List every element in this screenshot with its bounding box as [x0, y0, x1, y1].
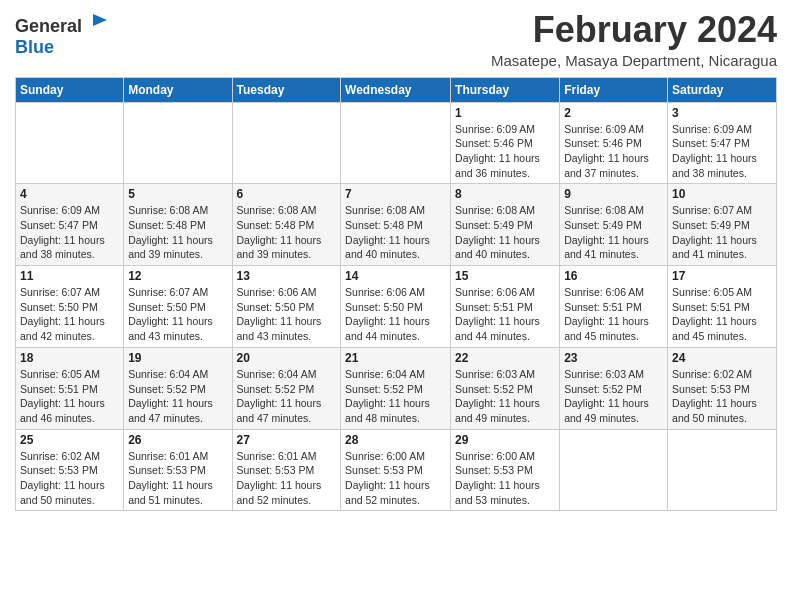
calendar-cell: 23Sunrise: 6:03 AMSunset: 5:52 PMDayligh… — [560, 347, 668, 429]
day-info: Sunrise: 6:05 AMSunset: 5:51 PMDaylight:… — [20, 367, 119, 426]
logo-general: General — [15, 16, 82, 36]
calendar-cell — [16, 102, 124, 184]
location-subtitle: Masatepe, Masaya Department, Nicaragua — [491, 52, 777, 69]
calendar-cell: 28Sunrise: 6:00 AMSunset: 5:53 PMDayligh… — [341, 429, 451, 511]
calendar-header-tuesday: Tuesday — [232, 77, 341, 102]
calendar-cell: 11Sunrise: 6:07 AMSunset: 5:50 PMDayligh… — [16, 266, 124, 348]
title-block: February 2024 Masatepe, Masaya Departmen… — [491, 10, 777, 69]
calendar-cell: 5Sunrise: 6:08 AMSunset: 5:48 PMDaylight… — [124, 184, 232, 266]
day-number: 3 — [672, 106, 772, 120]
calendar-cell — [341, 102, 451, 184]
page-header: General Blue February 2024 Masatepe, Mas… — [15, 10, 777, 69]
day-number: 14 — [345, 269, 446, 283]
calendar-cell: 26Sunrise: 6:01 AMSunset: 5:53 PMDayligh… — [124, 429, 232, 511]
calendar-week-row: 4Sunrise: 6:09 AMSunset: 5:47 PMDaylight… — [16, 184, 777, 266]
day-number: 16 — [564, 269, 663, 283]
calendar-cell: 18Sunrise: 6:05 AMSunset: 5:51 PMDayligh… — [16, 347, 124, 429]
day-number: 4 — [20, 187, 119, 201]
day-info: Sunrise: 6:06 AMSunset: 5:51 PMDaylight:… — [564, 285, 663, 344]
day-info: Sunrise: 6:06 AMSunset: 5:50 PMDaylight:… — [237, 285, 337, 344]
calendar-cell: 13Sunrise: 6:06 AMSunset: 5:50 PMDayligh… — [232, 266, 341, 348]
calendar-cell: 6Sunrise: 6:08 AMSunset: 5:48 PMDaylight… — [232, 184, 341, 266]
day-info: Sunrise: 6:02 AMSunset: 5:53 PMDaylight:… — [672, 367, 772, 426]
day-info: Sunrise: 6:07 AMSunset: 5:50 PMDaylight:… — [128, 285, 227, 344]
day-info: Sunrise: 6:01 AMSunset: 5:53 PMDaylight:… — [128, 449, 227, 508]
day-number: 1 — [455, 106, 555, 120]
day-number: 9 — [564, 187, 663, 201]
calendar-cell: 9Sunrise: 6:08 AMSunset: 5:49 PMDaylight… — [560, 184, 668, 266]
calendar-cell: 27Sunrise: 6:01 AMSunset: 5:53 PMDayligh… — [232, 429, 341, 511]
day-info: Sunrise: 6:00 AMSunset: 5:53 PMDaylight:… — [455, 449, 555, 508]
day-info: Sunrise: 6:02 AMSunset: 5:53 PMDaylight:… — [20, 449, 119, 508]
calendar-cell: 7Sunrise: 6:08 AMSunset: 5:48 PMDaylight… — [341, 184, 451, 266]
calendar-cell — [560, 429, 668, 511]
calendar-cell: 1Sunrise: 6:09 AMSunset: 5:46 PMDaylight… — [451, 102, 560, 184]
day-number: 5 — [128, 187, 227, 201]
calendar-cell: 21Sunrise: 6:04 AMSunset: 5:52 PMDayligh… — [341, 347, 451, 429]
day-info: Sunrise: 6:04 AMSunset: 5:52 PMDaylight:… — [128, 367, 227, 426]
day-number: 23 — [564, 351, 663, 365]
calendar-table: SundayMondayTuesdayWednesdayThursdayFrid… — [15, 77, 777, 512]
day-number: 17 — [672, 269, 772, 283]
calendar-cell: 22Sunrise: 6:03 AMSunset: 5:52 PMDayligh… — [451, 347, 560, 429]
day-info: Sunrise: 6:03 AMSunset: 5:52 PMDaylight:… — [564, 367, 663, 426]
day-number: 8 — [455, 187, 555, 201]
calendar-cell: 12Sunrise: 6:07 AMSunset: 5:50 PMDayligh… — [124, 266, 232, 348]
calendar-cell: 10Sunrise: 6:07 AMSunset: 5:49 PMDayligh… — [668, 184, 777, 266]
day-info: Sunrise: 6:08 AMSunset: 5:49 PMDaylight:… — [564, 203, 663, 262]
calendar-cell — [232, 102, 341, 184]
calendar-header-wednesday: Wednesday — [341, 77, 451, 102]
calendar-cell: 17Sunrise: 6:05 AMSunset: 5:51 PMDayligh… — [668, 266, 777, 348]
day-number: 7 — [345, 187, 446, 201]
day-number: 27 — [237, 433, 337, 447]
day-number: 24 — [672, 351, 772, 365]
calendar-cell: 3Sunrise: 6:09 AMSunset: 5:47 PMDaylight… — [668, 102, 777, 184]
calendar-cell: 2Sunrise: 6:09 AMSunset: 5:46 PMDaylight… — [560, 102, 668, 184]
calendar-week-row: 11Sunrise: 6:07 AMSunset: 5:50 PMDayligh… — [16, 266, 777, 348]
calendar-body: 1Sunrise: 6:09 AMSunset: 5:46 PMDaylight… — [16, 102, 777, 511]
calendar-cell: 8Sunrise: 6:08 AMSunset: 5:49 PMDaylight… — [451, 184, 560, 266]
day-number: 19 — [128, 351, 227, 365]
day-info: Sunrise: 6:08 AMSunset: 5:48 PMDaylight:… — [345, 203, 446, 262]
calendar-cell: 16Sunrise: 6:06 AMSunset: 5:51 PMDayligh… — [560, 266, 668, 348]
day-info: Sunrise: 6:06 AMSunset: 5:50 PMDaylight:… — [345, 285, 446, 344]
day-info: Sunrise: 6:01 AMSunset: 5:53 PMDaylight:… — [237, 449, 337, 508]
day-info: Sunrise: 6:04 AMSunset: 5:52 PMDaylight:… — [237, 367, 337, 426]
day-number: 28 — [345, 433, 446, 447]
calendar-header-thursday: Thursday — [451, 77, 560, 102]
day-info: Sunrise: 6:09 AMSunset: 5:46 PMDaylight:… — [455, 122, 555, 181]
day-info: Sunrise: 6:04 AMSunset: 5:52 PMDaylight:… — [345, 367, 446, 426]
svg-marker-0 — [93, 14, 107, 26]
day-info: Sunrise: 6:09 AMSunset: 5:47 PMDaylight:… — [672, 122, 772, 181]
calendar-week-row: 25Sunrise: 6:02 AMSunset: 5:53 PMDayligh… — [16, 429, 777, 511]
day-number: 29 — [455, 433, 555, 447]
calendar-cell: 20Sunrise: 6:04 AMSunset: 5:52 PMDayligh… — [232, 347, 341, 429]
day-info: Sunrise: 6:08 AMSunset: 5:48 PMDaylight:… — [237, 203, 337, 262]
day-number: 11 — [20, 269, 119, 283]
day-number: 18 — [20, 351, 119, 365]
calendar-header-monday: Monday — [124, 77, 232, 102]
day-number: 21 — [345, 351, 446, 365]
calendar-cell — [124, 102, 232, 184]
day-number: 10 — [672, 187, 772, 201]
day-number: 25 — [20, 433, 119, 447]
day-number: 20 — [237, 351, 337, 365]
calendar-cell: 4Sunrise: 6:09 AMSunset: 5:47 PMDaylight… — [16, 184, 124, 266]
day-info: Sunrise: 6:06 AMSunset: 5:51 PMDaylight:… — [455, 285, 555, 344]
day-info: Sunrise: 6:08 AMSunset: 5:48 PMDaylight:… — [128, 203, 227, 262]
day-info: Sunrise: 6:03 AMSunset: 5:52 PMDaylight:… — [455, 367, 555, 426]
day-info: Sunrise: 6:07 AMSunset: 5:50 PMDaylight:… — [20, 285, 119, 344]
logo-blue: Blue — [15, 37, 54, 57]
day-number: 22 — [455, 351, 555, 365]
calendar-week-row: 1Sunrise: 6:09 AMSunset: 5:46 PMDaylight… — [16, 102, 777, 184]
calendar-cell: 15Sunrise: 6:06 AMSunset: 5:51 PMDayligh… — [451, 266, 560, 348]
calendar-cell: 19Sunrise: 6:04 AMSunset: 5:52 PMDayligh… — [124, 347, 232, 429]
day-info: Sunrise: 6:09 AMSunset: 5:46 PMDaylight:… — [564, 122, 663, 181]
day-number: 2 — [564, 106, 663, 120]
logo: General Blue — [15, 10, 111, 58]
calendar-header-row: SundayMondayTuesdayWednesdayThursdayFrid… — [16, 77, 777, 102]
day-number: 12 — [128, 269, 227, 283]
day-info: Sunrise: 6:00 AMSunset: 5:53 PMDaylight:… — [345, 449, 446, 508]
day-number: 6 — [237, 187, 337, 201]
calendar-cell: 29Sunrise: 6:00 AMSunset: 5:53 PMDayligh… — [451, 429, 560, 511]
